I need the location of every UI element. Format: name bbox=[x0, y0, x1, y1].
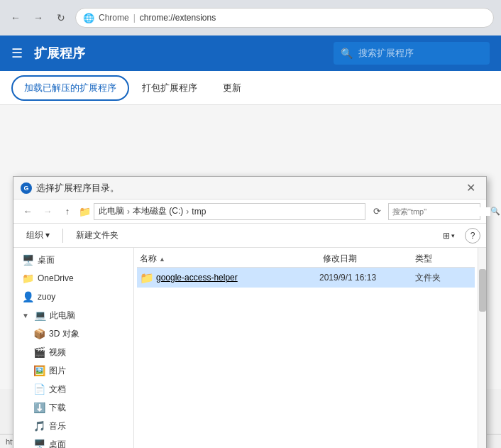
music-icon: 🎵 bbox=[33, 420, 45, 432]
sidebar-item-music[interactable]: 🎵 音乐 bbox=[13, 417, 133, 435]
desktop-icon: 🖥️ bbox=[22, 254, 34, 266]
desktop2-icon: 🖥️ bbox=[33, 439, 45, 448]
menu-icon[interactable]: ☰ bbox=[11, 45, 23, 61]
file-browser: 🖥️ 桌面 📁 OneDrive 👤 zuoy ▼ 💻 此电脑 📦 bbox=[13, 248, 486, 448]
back-button[interactable]: ← bbox=[7, 9, 24, 26]
dialog-toolbar: 组织 ▾ 新建文件夹 ⊞ ▾ ? bbox=[13, 224, 486, 248]
path-forward-button[interactable]: → bbox=[39, 203, 56, 220]
page-title: 扩展程序 bbox=[34, 45, 85, 62]
file-dialog: G 选择扩展程序目录。 ✕ ← → ↑ 📁 此电脑 › 本地磁盘 (C:) › … bbox=[13, 176, 487, 448]
path-search-box[interactable]: 🔍 bbox=[388, 203, 480, 220]
file-name: google-access-helper bbox=[156, 273, 316, 283]
path-search-input[interactable] bbox=[392, 207, 490, 216]
pack-extension-button[interactable]: 打包扩展程序 bbox=[129, 75, 210, 101]
refresh-button[interactable]: ↻ bbox=[53, 9, 70, 26]
documents-icon: 📄 bbox=[33, 383, 45, 395]
browser-toolbar: ← → ↻ 🌐 Chrome | chrome://extensions bbox=[0, 0, 501, 35]
search-bar[interactable]: 🔍 搜索扩展程序 bbox=[334, 42, 490, 65]
dialog-title: 选择扩展程序目录。 bbox=[36, 182, 458, 195]
path-up-button[interactable]: ↑ bbox=[59, 203, 76, 220]
toolbar-separator bbox=[62, 229, 63, 243]
sort-arrow: ▲ bbox=[159, 256, 165, 263]
organize-button[interactable]: 组织 ▾ bbox=[19, 226, 57, 245]
file-date: 2019/9/1 16:13 bbox=[319, 273, 412, 283]
path-refresh-button[interactable]: ⟳ bbox=[368, 203, 385, 220]
3d-icon: 📦 bbox=[33, 328, 45, 339]
dialog-title-bar: G 选择扩展程序目录。 ✕ bbox=[13, 177, 486, 200]
address-separator: | bbox=[133, 13, 136, 23]
sidebar-item-documents[interactable]: 📄 文档 bbox=[13, 380, 133, 398]
file-list-header: 名称 ▲ 修改日期 类型 bbox=[137, 251, 475, 268]
sidebar-item-downloads[interactable]: ⬇️ 下载 bbox=[13, 398, 133, 417]
view-icon: ⊞ bbox=[443, 231, 450, 241]
downloads-icon: ⬇️ bbox=[33, 402, 45, 413]
sidebar-item-user[interactable]: 👤 zuoy bbox=[13, 288, 133, 306]
onedrive-icon: 📁 bbox=[22, 273, 34, 284]
help-button[interactable]: ? bbox=[465, 228, 480, 244]
col-name-header[interactable]: 名称 ▲ bbox=[140, 253, 323, 265]
user-icon: 👤 bbox=[22, 291, 34, 302]
file-list-container: 名称 ▲ 修改日期 类型 📁 google-access-helper 2019… bbox=[134, 248, 478, 448]
file-type: 文件夹 bbox=[415, 272, 472, 284]
user-label: zuoy bbox=[38, 292, 55, 302]
videos-icon: 🎬 bbox=[33, 346, 45, 358]
sidebar-item-thispc[interactable]: ▼ 💻 此电脑 bbox=[13, 306, 133, 324]
path-back-button[interactable]: ← bbox=[19, 203, 36, 220]
breadcrumb[interactable]: 此电脑 › 本地磁盘 (C:) › tmp bbox=[94, 203, 365, 220]
sidebar-item-desktop2[interactable]: 🖥️ 桌面 bbox=[13, 435, 133, 448]
new-folder-button[interactable]: 新建文件夹 bbox=[69, 226, 126, 245]
path-bar: ← → ↑ 📁 此电脑 › 本地磁盘 (C:) › tmp ⟳ 🔍 bbox=[13, 200, 486, 224]
breadcrumb-disk: 本地磁盘 (C:) bbox=[133, 205, 183, 217]
address-url: chrome://extensions bbox=[140, 13, 216, 23]
search-icon: 🔍 bbox=[341, 48, 353, 59]
breadcrumb-pc: 此电脑 bbox=[99, 205, 124, 217]
sidebar-item-onedrive[interactable]: 📁 OneDrive bbox=[13, 269, 133, 288]
load-unpacked-button[interactable]: 加载已解压的扩展程序 bbox=[11, 75, 129, 101]
thispc-icon: 💻 bbox=[34, 310, 46, 321]
sidebar-tree: 🖥️ 桌面 📁 OneDrive 👤 zuoy ▼ 💻 此电脑 📦 bbox=[13, 248, 134, 448]
sidebar-item-desktop[interactable]: 🖥️ 桌面 bbox=[13, 251, 133, 269]
thispc-label: 此电脑 bbox=[50, 310, 75, 322]
browser-name: Chrome bbox=[99, 13, 129, 23]
dialog-close-button[interactable]: ✕ bbox=[462, 180, 479, 197]
pictures-icon: 🖼️ bbox=[33, 365, 45, 376]
file-row[interactable]: 📁 google-access-helper 2019/9/1 16:13 文件… bbox=[137, 268, 475, 288]
extensions-header: ☰ 扩展程序 🔍 搜索扩展程序 bbox=[0, 35, 501, 71]
breadcrumb-tmp: tmp bbox=[192, 207, 206, 217]
vscroll-thumb[interactable] bbox=[479, 269, 486, 312]
path-folder-icon[interactable]: 📁 bbox=[79, 206, 91, 217]
sidebar-item-pictures[interactable]: 🖼️ 图片 bbox=[13, 361, 133, 380]
page-content: G 选择扩展程序目录。 ✕ ← → ↑ 📁 此电脑 › 本地磁盘 (C:) › … bbox=[0, 105, 501, 389]
file-list: 名称 ▲ 修改日期 类型 📁 google-access-helper 2019… bbox=[134, 248, 478, 448]
desktop-label: 桌面 bbox=[38, 254, 55, 266]
file-folder-icon: 📁 bbox=[140, 271, 153, 284]
col-type-header[interactable]: 类型 bbox=[415, 253, 472, 265]
dialog-chrome-icon: G bbox=[21, 182, 32, 194]
path-search-icon: 🔍 bbox=[490, 207, 500, 216]
update-button[interactable]: 更新 bbox=[210, 75, 254, 101]
vscroll-track[interactable] bbox=[478, 248, 486, 448]
forward-button[interactable]: → bbox=[30, 9, 47, 26]
sidebar-item-videos[interactable]: 🎬 视频 bbox=[13, 343, 133, 361]
search-placeholder: 搜索扩展程序 bbox=[358, 47, 414, 60]
sidebar-item-3d[interactable]: 📦 3D 对象 bbox=[13, 324, 133, 343]
extensions-toolbar: 加载已解压的扩展程序 打包扩展程序 更新 bbox=[0, 71, 501, 105]
address-icon: 🌐 bbox=[83, 13, 94, 23]
view-button[interactable]: ⊞ ▾ bbox=[439, 226, 459, 245]
address-bar[interactable]: 🌐 Chrome | chrome://extensions bbox=[75, 8, 494, 28]
onedrive-label: OneDrive bbox=[38, 273, 74, 283]
col-date-header[interactable]: 修改日期 bbox=[323, 253, 415, 265]
